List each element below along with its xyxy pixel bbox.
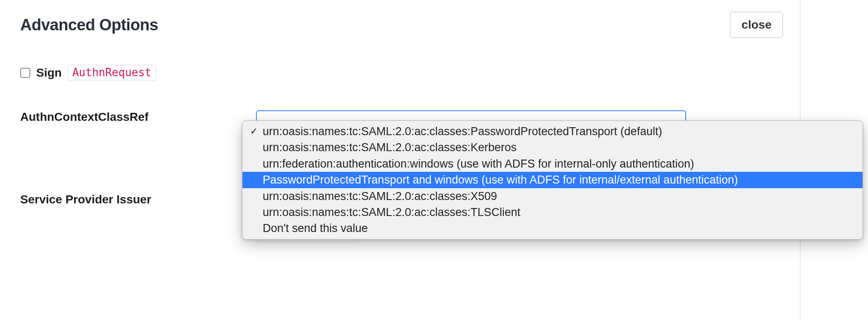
sign-label: Sign bbox=[36, 66, 62, 80]
sign-authnrequest-checkbox[interactable] bbox=[20, 68, 30, 78]
dropdown-option[interactable]: urn:oasis:names:tc:SAML:2.0:ac:classes:K… bbox=[242, 139, 863, 155]
dropdown-option[interactable]: ✓urn:oasis:names:tc:SAML:2.0:ac:classes:… bbox=[242, 123, 863, 139]
dropdown-option-label: Don't send this value bbox=[263, 221, 368, 235]
service-provider-issuer-label: Service Provider Issuer bbox=[20, 193, 256, 206]
dropdown-option-label: urn:oasis:names:tc:SAML:2.0:ac:classes:T… bbox=[263, 205, 520, 219]
authncontextclassref-dropdown[interactable]: ✓urn:oasis:names:tc:SAML:2.0:ac:classes:… bbox=[242, 120, 863, 240]
section-title: Advanced Options bbox=[20, 16, 158, 34]
dropdown-option[interactable]: urn:oasis:names:tc:SAML:2.0:ac:classes:X… bbox=[242, 188, 863, 204]
dropdown-option-label: urn:oasis:names:tc:SAML:2.0:ac:classes:K… bbox=[263, 141, 517, 154]
authncontextclassref-label: AuthnContextClassRef bbox=[20, 110, 256, 124]
sign-authnrequest-row: Sign AuthnRequest bbox=[20, 65, 800, 81]
dropdown-option[interactable]: urn:federation:authentication:windows (u… bbox=[242, 156, 863, 172]
dropdown-option-label: urn:oasis:names:tc:SAML:2.0:ac:classes:X… bbox=[263, 189, 497, 203]
sign-authnrequest-label-group: Sign AuthnRequest bbox=[20, 65, 256, 81]
dropdown-option[interactable]: urn:oasis:names:tc:SAML:2.0:ac:classes:T… bbox=[242, 204, 863, 220]
dropdown-option-label: urn:federation:authentication:windows (u… bbox=[263, 157, 694, 171]
checkmark-icon: ✓ bbox=[250, 126, 263, 137]
dropdown-option[interactable]: Don't send this value bbox=[242, 220, 863, 236]
dropdown-option-label: urn:oasis:names:tc:SAML:2.0:ac:classes:P… bbox=[263, 125, 662, 138]
dropdown-option-label: PasswordProtectedTransport and windows (… bbox=[263, 173, 738, 187]
dropdown-option[interactable]: PasswordProtectedTransport and windows (… bbox=[242, 172, 863, 188]
close-button[interactable]: close bbox=[730, 12, 783, 38]
authnrequest-code-chip: AuthnRequest bbox=[68, 65, 156, 81]
section-header: Advanced Options close bbox=[20, 12, 800, 38]
